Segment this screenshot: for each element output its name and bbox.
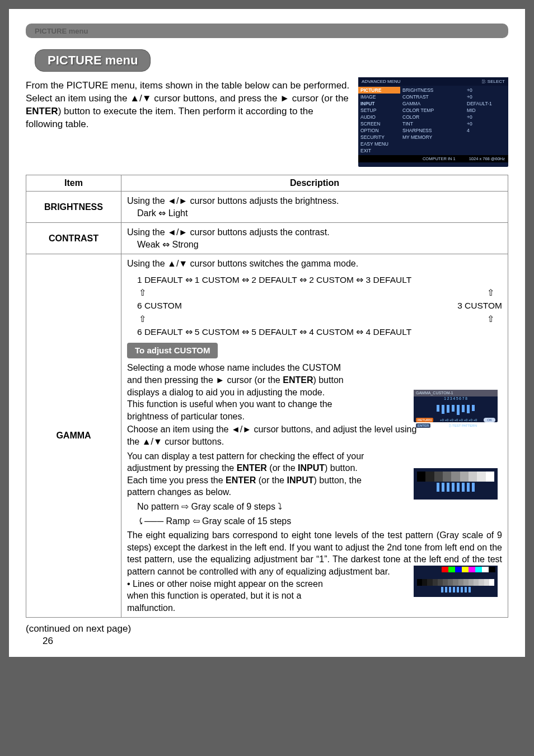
header-bar-text: PICTURE menu (35, 27, 88, 35)
grayscale-9-image (414, 468, 498, 500)
item-brightness: BRIGHTNESS (26, 192, 121, 223)
header-bar: PICTURE menu (26, 24, 508, 38)
menu-head-right: ⍰: SELECT (482, 79, 505, 84)
gamma-dialog-image: GAMMA_CUSTOM-1 1 2 3 4 5 6 7 8 RETURN +0… (414, 390, 498, 422)
menu-foot-source: COMPUTER IN 1 (423, 156, 456, 161)
gamma-custom-heading: To adjust CUSTOM (127, 343, 218, 358)
th-desc: Description (121, 175, 508, 192)
menu-right-col: +0 +0 DEFAULT-1 MID +0 +0 4 (465, 86, 508, 155)
menu-screenshot: ADVANCED MENU ⍰: SELECT PICTURE IMAGE IN… (358, 77, 508, 167)
intro-text: From the PICTURE menu, items shown in th… (26, 80, 353, 131)
th-item: Item (26, 175, 121, 192)
item-contrast: CONTRAST (26, 223, 121, 254)
menu-mid-col: BRIGHTNESS CONTRAST GAMMA COLOR TEMP COL… (400, 86, 465, 155)
desc-brightness: Using the ◄/► cursor buttons adjusts the… (121, 192, 508, 223)
desc-gamma: Using the ▲/▼ cursor buttons switches th… (121, 254, 508, 618)
continued-text: (continued on next page) (26, 623, 508, 634)
desc-contrast: Using the ◄/► cursor buttons adjusts the… (121, 223, 508, 254)
settings-table: Item Description BRIGHTNESS Using the ◄/… (26, 175, 508, 618)
menu-head-left: ADVANCED MENU (362, 79, 401, 84)
menu-foot-res: 1024 x 768 @60Hz (469, 156, 505, 161)
item-gamma: GAMMA (26, 254, 121, 618)
page-title: PICTURE menu (35, 49, 151, 72)
ramp-grayscale-image (414, 566, 498, 597)
menu-left-col: PICTURE IMAGE INPUT SETUP AUDIO SCREEN O… (358, 86, 400, 155)
page-number: 26 (43, 636, 508, 647)
